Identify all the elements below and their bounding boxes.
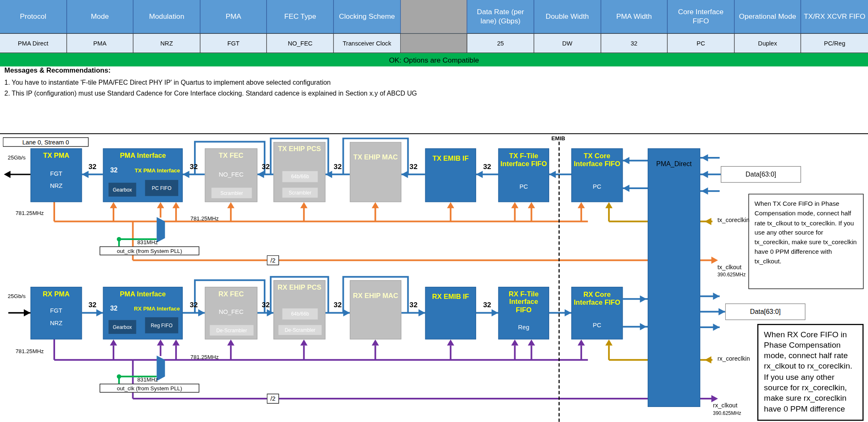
tx-ftile-fifo-title: TX F-Tile Interface FIFO — [499, 152, 548, 168]
rx-coreclkin-label: rx_coreclkin — [717, 355, 750, 361]
tx-pma-modulation: NRZ — [31, 182, 81, 189]
rx-trunk-clock-freq: 781.25MHz — [190, 354, 219, 360]
rx-ftile-fifo-mode: Reg — [499, 324, 548, 331]
tx-64b66b-subblock: 64b/66b — [283, 171, 318, 182]
tx-note-box: When TX Core FIFO in Phase Compensation … — [748, 194, 863, 289]
tx-pma-block: TX PMA FGT NRZ — [30, 149, 82, 202]
tx-pll-source-box: out_clk (from System PLL) — [100, 246, 199, 255]
tx-gearbox-subblock: Gearbox — [108, 183, 136, 197]
bus-width-label: 32 — [262, 301, 270, 309]
tx-fec-mode: NO_FEC — [205, 171, 257, 178]
bus-width-label: 32 — [334, 301, 342, 309]
rx-descrambler-subblock: De-Scrambler — [210, 325, 254, 336]
rx-clkout-freq: 390.625MHz — [713, 410, 742, 416]
tx-line-rate: 25Gb/s — [8, 154, 26, 161]
bus-width-label: 32 — [190, 162, 198, 171]
rx-pma-interface-title: PMA Interface — [103, 290, 182, 298]
tx-pma-title: TX PMA — [31, 152, 81, 159]
rx-note-box: When RX Core FIFO in Phase Compensation … — [757, 324, 864, 421]
bus-width-label: 32 — [262, 162, 270, 171]
rx-fec-block: RX FEC NO_FEC De-Scrambler — [205, 287, 257, 339]
page: Protocol Mode Modulation PMA FEC Type Cl… — [0, 0, 868, 422]
rx-ehip-mac-block: RX EHIP MAC — [350, 280, 401, 339]
rx-pll-freq: 831MHz — [137, 377, 158, 383]
rx-core-fifo-block: RX Core Interface FIFO PC — [571, 287, 623, 339]
tx-pma-type: FGT — [31, 170, 81, 177]
tx-core-fifo-mode: PC — [572, 183, 622, 190]
rx-data-port: Data[63:0] — [725, 303, 805, 320]
rx-clock-divider: /2 — [267, 394, 279, 404]
bus-width-label: 32 — [190, 301, 198, 309]
rx-pma-type: FGT — [31, 307, 81, 314]
rx-pll-source-box: out_clk (from System PLL) — [100, 384, 199, 392]
bus-width-label: 32 — [483, 301, 491, 309]
rx-core-fifo-mode: PC — [572, 322, 622, 329]
bus-width-label: 32 — [409, 301, 417, 309]
rx-fec-mode: NO_FEC — [205, 308, 257, 315]
tx-pma-interface-block: PMA Interface 32 TX PMA Interface Gearbo… — [103, 149, 183, 202]
rx-pma-interface-subtitle: RX PMA Interface — [134, 306, 180, 312]
rx-clkout-label: rx_clkout — [713, 402, 737, 409]
rx-line-rate: 25Gb/s — [8, 293, 26, 299]
tx-clock-risers — [114, 207, 581, 221]
tx-scrambler-subblock: Scrambler — [212, 188, 252, 198]
tx-pma-interface-title: PMA Interface — [103, 152, 182, 159]
tx-pcs-scrambler-subblock: Scrambler — [283, 188, 318, 198]
rx-gearbox-subblock: Gearbox — [108, 320, 136, 334]
rx-ftile-fifo-block: RX F-Tile Interface FIFO Reg — [498, 287, 549, 339]
bus-width-label: 32 — [88, 162, 96, 171]
tx-coreclkin-label: tx_coreclkin — [717, 217, 749, 223]
tx-data-port: Data[63:0] — [721, 166, 801, 183]
tx-clock-mux — [156, 217, 165, 243]
tx-ehip-mac-block: TX EHIP MAC — [350, 142, 401, 202]
rx-pll-junction — [117, 374, 121, 379]
tx-fec-title: TX FEC — [205, 152, 257, 159]
rx-ehip-pcs-title: RX EHIP PCS — [274, 283, 325, 291]
rx-ehip-pcs-block: RX EHIP PCS 64b/66b De-Scrambler — [273, 280, 326, 339]
tx-clock-arrowheads — [110, 202, 718, 264]
rx-clock-arrowheads — [110, 339, 718, 402]
rx-pma-interface-width: 32 — [110, 305, 118, 313]
bus-width-label: 32 — [88, 301, 96, 309]
tx-clkout-label: tx_clkout — [717, 263, 742, 270]
bus-width-label: 32 — [409, 162, 417, 171]
tx-fec-block: TX FEC NO_FEC Scrambler — [205, 149, 257, 202]
rx-core-fifo-title: RX Core Interface FIFO — [572, 291, 622, 306]
tx-serial-link — [4, 171, 30, 178]
rx-ftile-fifo-title: RX F-Tile Interface FIFO — [505, 290, 542, 314]
tx-ehip-mac-title: TX EHIP MAC — [351, 153, 401, 161]
tx-ehip-pcs-title: TX EHIP PCS — [274, 145, 325, 153]
tx-ftile-fifo-block: TX F-Tile Interface FIFO PC — [498, 149, 549, 202]
lane-stream-label: Lane 0, Stream 0 — [3, 137, 89, 147]
tx-pma-clock-freq: 781.25MHz — [15, 210, 44, 216]
tx-core-fifo-block: TX Core Interface FIFO PC — [571, 149, 623, 202]
rx-emib-if-title: RX EMIB IF — [426, 293, 475, 301]
tx-ehip-pcs-block: TX EHIP PCS 64b/66b Scrambler — [273, 142, 326, 202]
emib-label: EMIB — [551, 135, 565, 142]
rx-pma-clock-freq: 781.25MHz — [15, 348, 44, 354]
tx-clkout-freq: 390.625MHz — [717, 272, 746, 277]
rx-64b66b-subblock: 64b/66b — [283, 308, 318, 320]
tx-pll-junction — [117, 237, 121, 242]
rx-pma-modulation: NRZ — [31, 319, 81, 326]
pma-direct-title: PMA_Direct — [648, 160, 699, 168]
rx-pma-interface-block: PMA Interface 32 RX PMA Interface Gearbo… — [103, 287, 183, 339]
pma-direct-block: PMA_Direct — [648, 149, 700, 407]
rx-pma-title: RX PMA — [31, 290, 81, 298]
tx-emib-if-block: TX EMIB IF — [425, 149, 476, 202]
tx-trunk-clock-freq: 781.25MHz — [190, 215, 219, 222]
bus-width-label: 32 — [483, 162, 491, 171]
bus-width-label: 32 — [334, 162, 342, 171]
tx-emib-if-title: TX EMIB IF — [426, 154, 475, 162]
rx-emib-if-block: RX EMIB IF — [425, 287, 476, 339]
tx-ftile-fifo-mode: PC — [499, 183, 548, 190]
rx-clock-risers — [114, 346, 581, 360]
rx-pcs-descrambler-subblock: De-Scrambler — [278, 325, 321, 335]
tx-pma-interface-subtitle: TX PMA Interface — [135, 167, 180, 174]
rx-serial-link — [8, 309, 30, 316]
tx-pll-freq: 831MHz — [137, 239, 158, 245]
tx-pma-interface-width: 32 — [110, 166, 118, 174]
rx-fec-title: RX FEC — [205, 290, 257, 298]
tx-clock-divider: /2 — [267, 255, 279, 265]
rx-pma-block: RX PMA FGT NRZ — [30, 287, 82, 339]
